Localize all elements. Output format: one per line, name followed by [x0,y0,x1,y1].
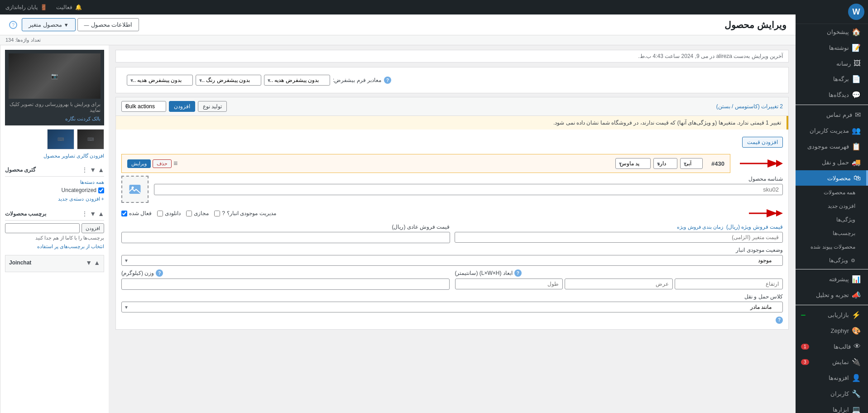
categories-collapse-btn[interactable]: ▲ [98,166,104,173]
sidebar-item-vizhegi-ha[interactable]: ویژگی‌ها [796,213,868,226]
var-has-select-wrap: دارد ▼ [653,158,677,169]
sidebar-item-abzarha[interactable]: 🔧 کاربران [796,386,868,402]
var-pad-select[interactable]: پد ماوس [615,158,651,169]
sidebar-item-vizhegi-ha2[interactable]: محصولات پیوند شده [796,240,868,254]
topbar-exit[interactable]: 🚪 پایان راه‌اندازی [5,4,47,10]
tag-input[interactable] [5,223,80,233]
sidebar-item-fehrest[interactable]: 📋 فهرست موجودی [796,139,868,154]
dimensions-section: ? ابعاد (L×W×H) (سانتیمتر) [455,269,783,290]
add-new-category-link[interactable]: + افزودن دسته‌ی جدید [5,196,104,202]
header-help-icon[interactable]: ? [9,21,17,29]
afzudan-button[interactable]: افزودن [169,101,195,112]
variation-edit-button[interactable]: ویرایش [127,159,151,168]
gallery-link[interactable]: بالک کردنت نگاره [65,116,101,121]
sidebar-item-resaneh[interactable]: 🖼 رسانه [796,56,868,71]
sku-input[interactable] [154,184,783,195]
enabled-label[interactable]: فعال شده [121,210,152,216]
sidebar-item-neveshteh[interactable]: 📝 نوشته‌ها [796,40,868,56]
inventory-mgmt-label[interactable]: مدیریت موجودی انبار؟ ? [214,210,276,216]
schedule-link[interactable]: زمان بندی فروش ویژه [677,224,723,230]
sidebar-item-vizharval[interactable]: 💻 ابزارها [796,402,868,413]
uncategorized-label[interactable]: Uncategorized [62,187,96,193]
plugins-icon: 🔌 [852,358,861,366]
sidebar-item-modiriat[interactable]: 👥 مدیریت کاربران [796,123,868,139]
zephyr-badge [801,315,806,316]
product-tabs: اطلاعات محصول — ▼ محصول متغیر [22,18,139,31]
downloadable-checkbox[interactable] [157,211,163,216]
sidebar-separator-2 [796,269,868,269]
categories-expand-btn[interactable]: ▼ [90,166,96,173]
tolid-nav-button[interactable]: تولید نوع [198,101,227,112]
sidebar-item-mahsulat[interactable]: 🛍 محصولات [796,170,868,186]
sidebar-item-mahsulat-piond[interactable]: برچسب‌ها [796,226,868,240]
sidebar-item-namaish[interactable]: 👁 قالب‌ها 1 [796,339,868,354]
regular-price-input[interactable] [121,232,450,243]
virtual-label[interactable]: مجازی [186,210,209,216]
sale-price-input[interactable] [455,232,783,243]
variation-delete-button[interactable]: حذف [153,159,172,168]
sidebar-item-karbaran[interactable]: 👤 افزونه‌ها [796,370,868,386]
add-gallery-link[interactable]: افزودن گالری تصاویر محصول [5,153,104,159]
tags-header: ▲ ▼ ⋮ برچسب محصولات [5,207,104,221]
stock-status-select[interactable]: موجود [121,255,783,266]
variation-area: 2 تغییرات (کاستومس / بستن) تولید نوع افز… [115,97,789,330]
sidebar-item-didgahha[interactable]: 💬 دیدگاه‌ها [796,87,868,103]
sidebar-item-bazaryabi[interactable]: 📣 تجربه و تحلیل [796,287,868,303]
tags-drag-btn[interactable]: ⋮ [82,210,88,217]
gallery-thumb-1[interactable]: ⌨ [77,129,104,149]
categories-drag-btn[interactable]: ⋮ [82,166,88,173]
gift-select[interactable]: بدون پیشفرض هدیه ... [264,75,330,86]
drag-handle-icon[interactable]: ≡ [173,159,177,168]
sidebar-item-form-tamas[interactable]: ✉ فرم تماس [796,107,868,123]
sidebar-item-pishkhan[interactable]: 🏠 پیشخوان [796,24,868,40]
joinchat-collapse-btn[interactable]: ▲ [94,259,100,266]
height-input[interactable] [675,279,783,289]
sidebar-item-afzuneh[interactable]: 🔌 نمایش 3 [796,354,868,370]
sidebar-item-tajrobe[interactable]: 📊 پیشرفته [796,271,868,287]
afzudan-gheimat-button[interactable]: افزودن قیمت [742,137,783,148]
topbar-activity[interactable]: 🔔 فعالیت [56,4,82,10]
shipping-class-select[interactable]: مانند مادر [121,302,783,312]
sidebar-item-hame-mahsulat[interactable]: همه محصولات [796,186,868,199]
weight-help-icon[interactable]: ? [156,269,163,277]
sidebar-item-haml[interactable]: 🚚 حمل و نقل [796,154,868,170]
downloadable-label[interactable]: دانلودی [157,210,181,216]
virtual-checkbox[interactable] [186,211,192,216]
sidebar-item-pishrafteh[interactable]: ⚙ ویژگی‌ها [796,254,868,267]
uncategorized-checkbox[interactable] [98,187,104,193]
length-input[interactable] [455,279,563,289]
var-pad-select-wrap: پد ماوس ▼ [615,158,651,169]
sidebar-item-zephyr[interactable]: ⚡ بازاریابی [796,307,868,323]
tags-collapse-btn[interactable]: ▲ [98,210,104,217]
tab-product-info[interactable]: اطلاعات محصول — [77,18,139,31]
bottom-help-icon[interactable]: ? [776,317,783,324]
weight-input[interactable] [121,279,450,290]
sidebar-item-afzudan-jadid[interactable]: افزودن جدید [796,199,868,213]
width-input[interactable] [565,279,673,289]
sidebar-item-qalab[interactable]: 🎨 Zephyr [796,323,868,339]
var-has-select[interactable]: دارد [653,158,677,169]
inventory-mgmt-checkbox[interactable] [214,211,220,216]
enabled-checkbox[interactable] [121,211,127,216]
variation-image-placeholder[interactable] [121,176,149,203]
tags-expand-btn[interactable]: ▼ [90,210,96,217]
inventory-mgmt-text: مدیریت موجودی انبار؟ [227,210,276,216]
color-select[interactable]: بدون پیشفرض رنگ ... [196,75,261,86]
extra-select[interactable]: بدون پیشفرض هدیه ... [127,75,193,86]
all-categories-toggle[interactable]: همه دسته‌ها [5,179,104,185]
dimensions-label-row: ? ابعاد (L×W×H) (سانتیمتر) [455,269,783,277]
bulk-actions-select[interactable]: Bulk actions [121,101,166,112]
joinchat-controls: ▲ ▼ [86,259,100,266]
gallery-thumb-2[interactable]: ⌨ [47,129,74,149]
popular-tags-link[interactable]: انتخاب از برچسب‌های پر استفاده [37,244,104,249]
tab-variable-product[interactable]: ▼ محصول متغیر [22,18,76,31]
dimensions-help-icon[interactable]: ? [514,269,522,277]
sidebar-item-barkha[interactable]: 📄 برگه‌ها [796,71,868,87]
sale-price-label[interactable]: قیمت فروش ویژه (ریال) زمان بندی فروش ویژ… [455,224,783,230]
joinchat-expand-btn[interactable]: ▼ [86,259,92,266]
tag-add-button[interactable]: افزودن [82,223,104,233]
attr-help-icon[interactable]: ? [384,77,391,84]
var-color-select[interactable]: آبی [680,158,703,169]
variation-changes-link[interactable]: 2 تغییرات (کاستومس / بستن) [716,103,783,110]
categories-title: گثری محصول [5,167,36,173]
